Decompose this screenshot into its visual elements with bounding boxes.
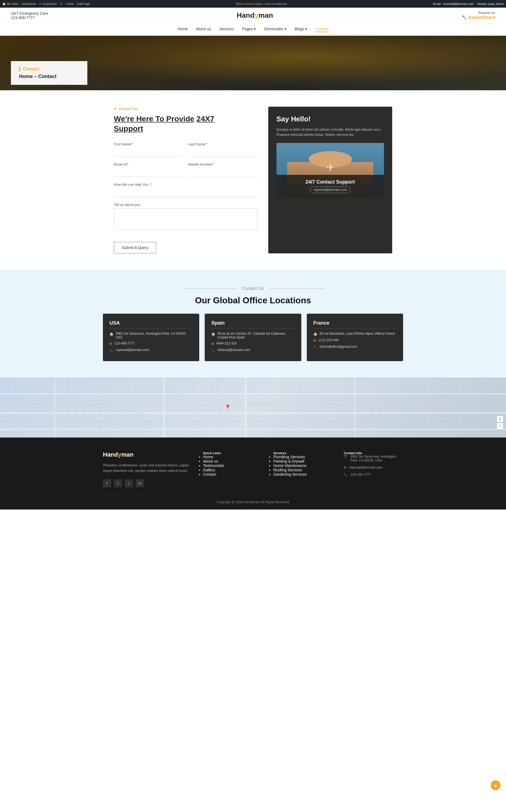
- admin-new[interactable]: + New: [65, 2, 74, 5]
- help-group: How We can help You ?: [114, 183, 257, 197]
- social-facebook[interactable]: f: [103, 479, 111, 487]
- map-pin: 📍: [224, 404, 231, 411]
- footer: Handyman Phasellus condimentum, quam sed…: [0, 437, 506, 510]
- services-heading: Services: [273, 451, 333, 455]
- emergency-info: 24/7 Emergency Care 123-456-7777: [11, 11, 48, 20]
- service-roofing[interactable]: Roofing Services: [273, 468, 333, 472]
- footer-logo: Handyman: [103, 451, 192, 458]
- office-card-france: France 🏠 26 rue Banaudon, Lyon,Rhône-Alp…: [307, 314, 403, 361]
- say-hello-desc: Quisque ut dolor sit amet nisl ultrices …: [276, 127, 384, 137]
- mobile-group: Mobile Number*: [188, 162, 257, 177]
- social-twitter[interactable]: t: [114, 479, 122, 487]
- offices-section: Contact Us Our Global Office Locations U…: [0, 270, 506, 378]
- admin-handyman[interactable]: Handyman: [21, 2, 36, 5]
- email-icon-footer: ✉: [344, 466, 346, 470]
- submit-button[interactable]: Submit A Query: [114, 242, 156, 253]
- quick-link-about[interactable]: About us: [203, 459, 263, 464]
- map-controls: + −: [497, 416, 503, 429]
- admin-tagline: Where home repairs meet excellencey: [90, 2, 433, 5]
- office-france-email: 📞 Infomailoffice@gmail.com: [313, 345, 397, 349]
- office-spain-address: 🏠 Rosa de los Vientos 97, Calzada De Cal…: [211, 332, 294, 339]
- logo-highlight: y: [254, 11, 258, 19]
- contact-tag: Contact: [19, 67, 79, 72]
- request-label: Request an: [461, 11, 495, 15]
- form-heading: We're Here To Provide 24X7 Support: [114, 114, 257, 134]
- admin-edit-page[interactable]: Edit Page: [77, 2, 90, 5]
- footer-address: 📍 5961 De Santa Ave, Huntington Park, CA…: [344, 455, 403, 462]
- footer-brand: Handyman Phasellus condimentum, quam sed…: [103, 451, 192, 487]
- copyright: Copyright @ 2024 Handyman All Rights Res…: [217, 500, 289, 504]
- quick-links-list: Home About us Testimonials Gallery Conta…: [203, 455, 263, 477]
- top-header: 24/7 Emergency Care 123-456-7777 Handyma…: [0, 8, 506, 23]
- office-cards: USA 🏠 5961 De Santa Ave, Huntington Park…: [103, 314, 403, 361]
- footer-contact-info: Contact Info 📍 5961 De Santa Ave, Huntin…: [344, 451, 403, 487]
- quick-link-testimonials[interactable]: Testimonials: [203, 464, 263, 468]
- site-logo[interactable]: Handyman: [237, 11, 273, 20]
- phone-icon-footer: 📞: [344, 473, 348, 477]
- say-hello-image: ✈ 24/7 Contact Support myemail@domain.co…: [276, 143, 384, 197]
- admin-count[interactable]: 5: [60, 2, 62, 5]
- footer-desc: Phasellus condimentum, quam sed euismod …: [103, 463, 192, 474]
- first-name-label: First Name*: [114, 142, 183, 146]
- quick-link-contact[interactable]: Contact: [203, 472, 263, 477]
- email-label: Email ID*: [114, 162, 183, 167]
- footer-phone: 📞 123-456-7777: [344, 473, 403, 477]
- about-group: Tell us about you: [114, 203, 257, 231]
- service-plumbing[interactable]: Plumbing Services: [273, 455, 333, 459]
- hero-content: Contact Home – Contact: [0, 56, 98, 90]
- say-hello-card: Say Hello! Quisque ut dolor sit amet nis…: [268, 107, 392, 253]
- admin-my-sites[interactable]: 🏠 My Sites: [2, 2, 18, 6]
- admin-bar: 🏠 My Sites Handyman ✏ Customize 5 + New …: [0, 0, 506, 8]
- address-icon-france: 🏠: [313, 332, 317, 336]
- email-icon: 📞: [109, 348, 113, 352]
- quick-link-home[interactable]: Home: [203, 455, 263, 459]
- email-input[interactable]: [114, 168, 183, 177]
- main-nav: Home About us Services Pages ▾ Shortcode…: [0, 23, 506, 36]
- footer-logo-highlight: y: [118, 451, 121, 458]
- office-france-address: 🏠 26 rue Banaudon, Lyon,Rhône-Alpes Vill…: [313, 332, 397, 336]
- nav-blogs[interactable]: Blogs ▾: [294, 27, 307, 32]
- say-hello-title: Say Hello!: [276, 115, 384, 123]
- appointment-area: Request an 🔧 Appointment: [461, 11, 495, 20]
- nav-shortcodes[interactable]: Shortcodes ▾: [264, 27, 286, 32]
- social-instagram[interactable]: i: [125, 479, 133, 487]
- map-zoom-in[interactable]: +: [497, 416, 503, 422]
- about-label: Tell us about you: [114, 203, 257, 207]
- svg-line-13: [82, 378, 218, 437]
- service-painting[interactable]: Painting & Drywall: [273, 459, 333, 464]
- phone-icon-france: ✉: [313, 339, 316, 342]
- office-usa-title: USA: [109, 320, 193, 328]
- social-linkedin[interactable]: in: [136, 479, 144, 487]
- emergency-phone[interactable]: 123-456-7777: [11, 15, 48, 20]
- about-textarea[interactable]: [114, 208, 257, 230]
- quick-link-gallery[interactable]: Gallery: [203, 468, 263, 472]
- office-france-title: France: [313, 320, 397, 328]
- offices-divider: Contact Us: [11, 286, 495, 291]
- emergency-label: 24/7 Emergency Care: [11, 11, 48, 15]
- first-name-input[interactable]: [114, 148, 183, 157]
- mobile-input[interactable]: [188, 168, 257, 177]
- admin-bar-right: Email : myemail@domain.com Howdy, luzuk_…: [433, 2, 504, 5]
- last-name-input[interactable]: [188, 148, 257, 157]
- phone-icon-spain: ✉: [211, 342, 214, 346]
- nav-pages[interactable]: Pages ▾: [242, 27, 256, 32]
- map-zoom-out[interactable]: −: [497, 423, 503, 429]
- office-france-phone: ✉ 1111-222-444: [313, 338, 397, 342]
- address-icon-spain: 🏠: [211, 332, 215, 336]
- help-input[interactable]: [114, 188, 257, 197]
- service-home[interactable]: Home Maintenance: [273, 464, 333, 468]
- admin-customize[interactable]: ✏ Customize: [39, 2, 57, 6]
- nav-contact[interactable]: Contact: [315, 27, 328, 32]
- nav-services[interactable]: Services: [219, 27, 234, 32]
- service-gardening[interactable]: Gardening Services: [273, 472, 333, 477]
- admin-email: Email : myemail@domain.com: [433, 2, 474, 5]
- contact-section: Contact Us We're Here To Provide 24X7 Su…: [103, 90, 403, 270]
- map-background: 📍 + −: [0, 378, 506, 437]
- appointment-link[interactable]: 🔧 Appointment: [461, 15, 495, 20]
- office-usa-phone: ✉ 123-456-7777: [109, 341, 193, 346]
- nav-home[interactable]: Home: [178, 27, 188, 32]
- breadcrumb: Home – Contact: [19, 74, 79, 79]
- footer-grid: Handyman Phasellus condimentum, quam sed…: [103, 451, 403, 496]
- nav-about[interactable]: About us: [196, 27, 211, 32]
- map-section[interactable]: 📍 + −: [0, 378, 506, 437]
